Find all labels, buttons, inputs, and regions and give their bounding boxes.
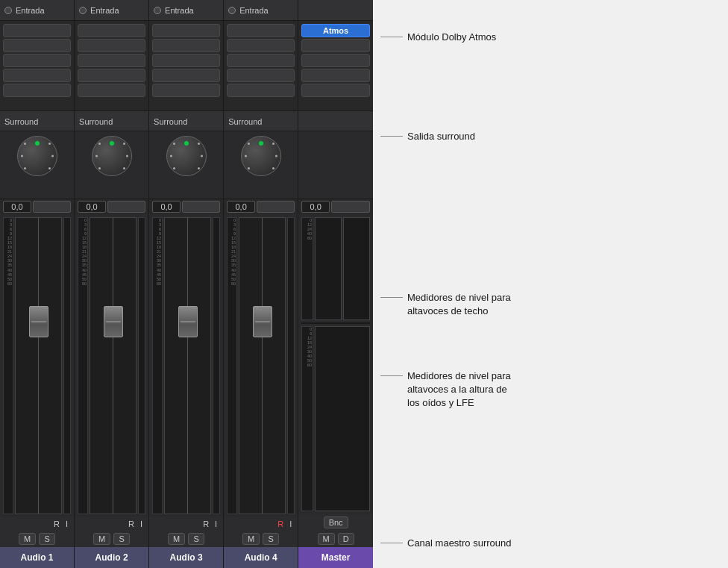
plugin-slot-4c[interactable] xyxy=(227,54,295,67)
panner-knob-2[interactable] xyxy=(92,136,132,176)
fader-track-4[interactable] xyxy=(239,217,286,514)
s-button-2[interactable]: S xyxy=(113,533,130,545)
plugin-slot-3d[interactable] xyxy=(152,69,220,82)
input-section-3[interactable]: Entrada xyxy=(149,0,223,21)
plugin-slot-1a[interactable] xyxy=(3,24,71,37)
plugin-slot-3b[interactable] xyxy=(152,39,220,52)
panner-2[interactable] xyxy=(75,131,148,199)
m-button-master[interactable]: M xyxy=(318,533,335,545)
surround-label-3: Surround xyxy=(154,117,187,126)
s-button-1[interactable]: S xyxy=(39,533,55,545)
pan-value-2[interactable]: 0,0 xyxy=(78,201,106,213)
surround-output-3[interactable]: Surround xyxy=(149,110,223,131)
m-button-2[interactable]: M xyxy=(93,533,110,545)
input-dot-4 xyxy=(228,7,236,14)
meter-divider xyxy=(301,322,370,324)
input-section-2[interactable]: Entrada xyxy=(75,0,148,21)
surround-output-1[interactable]: Surround xyxy=(0,110,74,131)
panner-1[interactable] xyxy=(0,131,74,199)
fader-track-3[interactable] xyxy=(164,217,211,514)
annotation-ear-lfe-text: Medidores de nivel paraaltavoces a la al… xyxy=(407,369,511,411)
plugin-slot-2c[interactable] xyxy=(78,54,145,67)
plugin-slot-2b[interactable] xyxy=(78,39,145,52)
plugin-slot-4e[interactable] xyxy=(227,84,295,97)
i-button-1[interactable]: I xyxy=(64,519,69,528)
channel-audio3: Entrada Surround xyxy=(149,0,224,568)
plugin-slot-2a[interactable] xyxy=(78,24,145,37)
fader-line-1 xyxy=(38,218,39,514)
plugin-slot-2d[interactable] xyxy=(78,69,145,82)
m-button-3[interactable]: M xyxy=(168,533,185,545)
bnc-button[interactable]: Bnc xyxy=(324,516,348,528)
channel-label-1[interactable]: Audio 1 xyxy=(0,547,74,568)
scale-3: 0 3 6 9 12 15 18 21 24 30 35 40 xyxy=(152,217,163,514)
input-dot-2 xyxy=(79,7,87,14)
fader-handle-1[interactable] xyxy=(29,306,48,337)
plugin-slot-3a[interactable] xyxy=(152,24,220,37)
ri-row-2: R I xyxy=(75,517,148,531)
plugin-slot-1e[interactable] xyxy=(3,84,71,97)
panner-4[interactable] xyxy=(224,131,298,199)
pan-value-row-master: 0,0 xyxy=(298,199,373,214)
surround-connector-line xyxy=(380,136,403,137)
plugin-slots-2 xyxy=(75,21,148,110)
bnc-row: Bnc xyxy=(298,514,373,531)
ms-row-1: M S xyxy=(0,531,74,547)
fader-handle-2[interactable] xyxy=(104,306,123,337)
plugin-slot-1b[interactable] xyxy=(3,39,71,52)
fader-handle-3[interactable] xyxy=(178,306,198,337)
plugin-slot-4d[interactable] xyxy=(227,69,295,82)
d-button-master[interactable]: D xyxy=(338,533,354,545)
channel-label-3[interactable]: Audio 3 xyxy=(149,547,223,568)
plugin-slot-3e[interactable] xyxy=(152,84,220,97)
surround-output-2[interactable]: Surround xyxy=(75,110,148,131)
panner-3[interactable] xyxy=(149,131,223,199)
panner-knob-4[interactable] xyxy=(241,136,281,176)
m-button-4[interactable]: M xyxy=(242,533,260,545)
plugin-slot-mc[interactable] xyxy=(301,69,370,82)
input-section-4[interactable]: Entrada xyxy=(224,0,298,21)
ceiling-meters: 0 12 24 40 60 xyxy=(301,217,370,320)
i-button-4[interactable]: I xyxy=(288,519,293,528)
r-button-3[interactable]: R xyxy=(201,519,210,528)
r-button-4[interactable]: R xyxy=(276,519,285,528)
channel-label-master[interactable]: Master xyxy=(298,547,373,568)
plugin-slot-4a[interactable] xyxy=(227,24,295,37)
i-button-2[interactable]: I xyxy=(139,519,144,528)
plugin-slot-ma[interactable] xyxy=(301,39,370,52)
panner-knob-3[interactable] xyxy=(166,136,207,176)
m-button-1[interactable]: M xyxy=(19,533,36,545)
input-section-1[interactable]: Entrada xyxy=(0,0,74,21)
i-button-3[interactable]: I xyxy=(213,519,219,528)
plugin-slot-1c[interactable] xyxy=(3,54,71,67)
plugin-slot-3c[interactable] xyxy=(152,54,220,67)
r-button-2[interactable]: R xyxy=(127,519,136,528)
channel-label-2[interactable]: Audio 2 xyxy=(75,547,148,568)
input-label-3: Entrada xyxy=(165,6,194,15)
panner-knob-1[interactable] xyxy=(17,136,57,176)
r-button-1[interactable]: R xyxy=(52,519,61,528)
panner-dot-tl-1 xyxy=(24,143,26,145)
fader-track-2[interactable] xyxy=(90,217,136,514)
ceiling-connector-line xyxy=(380,297,403,298)
plugin-slot-mb[interactable] xyxy=(301,54,370,67)
surround-output-4[interactable]: Surround xyxy=(224,110,298,131)
panner-dot-l-1 xyxy=(21,155,23,157)
pan-value-4[interactable]: 0,0 xyxy=(227,201,255,213)
plugin-slot-md[interactable] xyxy=(301,84,370,97)
pan-value-row-1: 0,0 xyxy=(0,199,74,214)
plugin-slot-1d[interactable] xyxy=(3,69,71,82)
pan-value-1[interactable]: 0,0 xyxy=(3,201,31,213)
s-button-3[interactable]: S xyxy=(188,533,204,545)
plugin-slot-4b[interactable] xyxy=(227,39,295,52)
channel-label-4[interactable]: Audio 4 xyxy=(224,547,298,568)
atmos-button[interactable]: Atmos xyxy=(301,24,370,37)
plugin-slot-2e[interactable] xyxy=(78,84,145,97)
pan-value-master[interactable]: 0,0 xyxy=(301,201,330,213)
fader-handle-4[interactable] xyxy=(253,306,272,337)
fader-track-1[interactable] xyxy=(15,217,62,514)
pan-extra-4 xyxy=(257,201,295,213)
fader-meter-1: 0 3 6 9 12 15 18 21 24 30 35 40 xyxy=(3,217,71,514)
pan-value-3[interactable]: 0,0 xyxy=(152,201,181,213)
s-button-4[interactable]: S xyxy=(263,533,279,545)
